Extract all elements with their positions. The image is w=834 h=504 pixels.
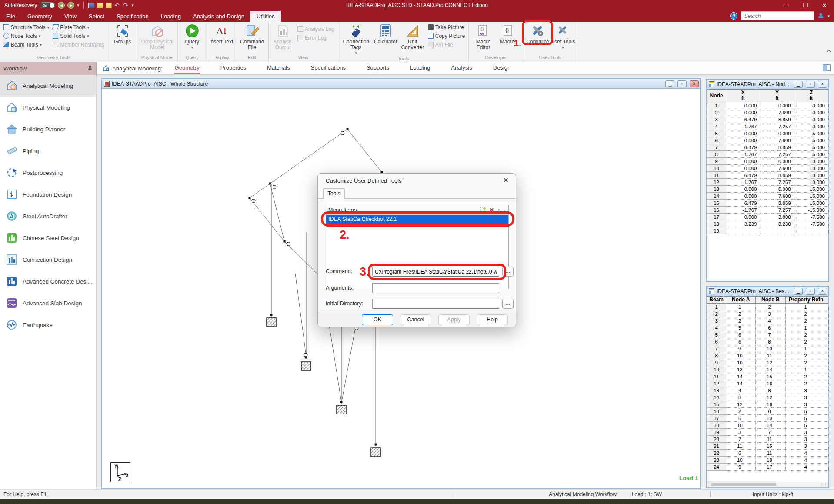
- beam-cell[interactable]: 2: [785, 352, 828, 359]
- beam-cell[interactable]: 11: [756, 352, 785, 359]
- beam-cell[interactable]: 8: [756, 338, 785, 345]
- node-cell[interactable]: 14: [707, 193, 726, 200]
- node-table-row[interactable]: 130.0000.000-15.000: [707, 186, 828, 193]
- analysis-log-button[interactable]: Analysis Log: [297, 25, 334, 33]
- beam-cell[interactable]: 2: [726, 317, 756, 324]
- beam-cell[interactable]: 13: [707, 387, 726, 394]
- beam-cell[interactable]: 8: [726, 394, 756, 401]
- node-cell[interactable]: 0.000: [794, 109, 828, 116]
- node-restore-button[interactable]: ▫: [806, 81, 815, 88]
- node-cell[interactable]: 7.257: [760, 123, 794, 130]
- node-table-row[interactable]: 50.0000.000-5.000: [707, 130, 828, 137]
- node-cell[interactable]: 8: [707, 151, 726, 158]
- macro-editor-button[interactable]: {}∞ Macro Editor: [470, 23, 496, 50]
- node-cell[interactable]: 8.230: [760, 220, 794, 227]
- beam-cell[interactable]: 2: [756, 304, 785, 310]
- beam-table-row[interactable]: 2111153: [707, 443, 828, 450]
- beam-cell[interactable]: 1: [707, 304, 726, 310]
- beam-cell[interactable]: 14: [756, 422, 785, 429]
- node-cell[interactable]: -15.000: [794, 207, 828, 214]
- beam-restore-button[interactable]: ▫: [806, 288, 815, 295]
- node-cell[interactable]: 0.000: [726, 137, 760, 144]
- beam-cell[interactable]: 2: [785, 331, 828, 338]
- beam-cell[interactable]: 5: [785, 415, 828, 422]
- take-picture-button[interactable]: Take Picture: [428, 23, 465, 31]
- user-account-icon[interactable]: 👤︎: [817, 12, 824, 20]
- beam-cell[interactable]: 1: [785, 366, 828, 373]
- sidebar-item-advanced-concrete-design[interactable]: Advanced Concrete Desi...: [0, 270, 96, 292]
- node-cell[interactable]: 17: [707, 214, 726, 220]
- analysis-output-button[interactable]: Analysis Output: [270, 23, 296, 50]
- node-table-row[interactable]: 8-1.7677.257-5.000: [707, 151, 828, 158]
- beam-cell[interactable]: 3: [785, 443, 828, 450]
- menu-loading[interactable]: Loading: [155, 11, 187, 22]
- redo-icon[interactable]: ↷: [123, 3, 129, 8]
- menu-specification[interactable]: Specification: [110, 11, 155, 22]
- beam-cell[interactable]: 6: [707, 338, 726, 345]
- beam-cell[interactable]: 4: [707, 324, 726, 331]
- restore-button[interactable]: ❐: [796, 0, 815, 10]
- scrollbar-thumb[interactable]: [711, 483, 776, 486]
- menu-items-list[interactable]: IDEA StatiCa Checkbot 22.1: [326, 215, 508, 224]
- beam-cell[interactable]: 5: [707, 331, 726, 338]
- beam-table-row[interactable]: 2310184: [707, 457, 828, 464]
- beam-table-row[interactable]: 5672: [707, 331, 828, 338]
- beam-table-row[interactable]: 19373: [707, 429, 828, 436]
- node-cell[interactable]: 1: [707, 102, 726, 109]
- node-cell[interactable]: -7.500: [794, 220, 828, 227]
- beam-cell[interactable]: 16: [756, 380, 785, 387]
- tab-loading[interactable]: Loading: [409, 63, 431, 74]
- tab-supports[interactable]: Supports: [366, 63, 390, 74]
- node-cell[interactable]: -1.767: [726, 123, 760, 130]
- sidebar-item-chinese-steel-design[interactable]: Chinese Steel Design: [0, 227, 96, 249]
- beam-cell[interactable]: 10: [707, 366, 726, 373]
- node-cell[interactable]: -7.500: [794, 214, 828, 220]
- sidebar-item-advanced-slab-design[interactable]: Advanced Slab Design: [0, 292, 96, 314]
- unit-converter-button[interactable]: Unit Converter: [399, 23, 426, 50]
- node-table-row[interactable]: 140.0007.600-15.000: [707, 193, 828, 200]
- beam-cell[interactable]: 3: [785, 394, 828, 401]
- node-cell[interactable]: -15.000: [794, 186, 828, 193]
- tab-properties[interactable]: Properties: [220, 63, 247, 74]
- beam-cell[interactable]: 4: [756, 317, 785, 324]
- beam-cell[interactable]: 24: [707, 464, 726, 471]
- beam-cell[interactable]: 2: [785, 380, 828, 387]
- menu-analysis-and-design[interactable]: Analysis and Design: [187, 11, 250, 22]
- forward-icon[interactable]: ▶: [67, 2, 74, 9]
- beam-cell[interactable]: 16: [707, 408, 726, 415]
- beam-table-row[interactable]: 6682: [707, 338, 828, 345]
- plate-tools-button[interactable]: Plate Tools▾: [53, 23, 104, 31]
- node-cell[interactable]: -1.767: [726, 207, 760, 214]
- connection-tags-button[interactable]: Connection Tags▾: [340, 23, 372, 56]
- menu-geometry[interactable]: Geometry: [21, 11, 58, 22]
- node-cell[interactable]: 0.000: [794, 102, 828, 109]
- beam-table-row[interactable]: 4561: [707, 324, 828, 331]
- node-cell[interactable]: 8.859: [760, 116, 794, 123]
- beam-cell[interactable]: 12: [756, 359, 785, 366]
- beam-cell[interactable]: 20: [707, 436, 726, 443]
- command-input[interactable]: [372, 267, 499, 277]
- query-button[interactable]: Query▾: [180, 23, 205, 50]
- node-cell[interactable]: 16: [707, 207, 726, 214]
- beam-cell[interactable]: 11: [726, 443, 756, 450]
- node-cell[interactable]: -1.767: [726, 151, 760, 158]
- sidebar-item-connection-design[interactable]: Connection Design: [0, 249, 96, 270]
- beam-cell[interactable]: 18: [756, 457, 785, 464]
- node-cell[interactable]: 0.000: [760, 102, 794, 109]
- node-cell[interactable]: 8.859: [760, 144, 794, 151]
- sidebar-item-analytical-modeling[interactable]: Analytical Modeling: [0, 75, 96, 97]
- beam-cell[interactable]: 4: [785, 464, 828, 471]
- error-log-button[interactable]: Error Log: [297, 34, 334, 41]
- tab-tools[interactable]: Tools: [323, 188, 345, 199]
- beam-cell[interactable]: 9: [726, 345, 756, 352]
- cancel-button[interactable]: Cancel: [400, 314, 431, 325]
- beam-cell[interactable]: 10: [726, 359, 756, 366]
- node-cell[interactable]: 2: [707, 109, 726, 116]
- node-cell[interactable]: 9: [707, 158, 726, 165]
- beam-cell[interactable]: 3: [726, 429, 756, 436]
- beam-cell[interactable]: 5: [726, 324, 756, 331]
- beam-table-row[interactable]: 16265: [707, 408, 828, 415]
- search-input[interactable]: [741, 13, 815, 19]
- structure-minimize-button[interactable]: ▁: [665, 80, 674, 87]
- node-cell[interactable]: 0.000: [760, 186, 794, 193]
